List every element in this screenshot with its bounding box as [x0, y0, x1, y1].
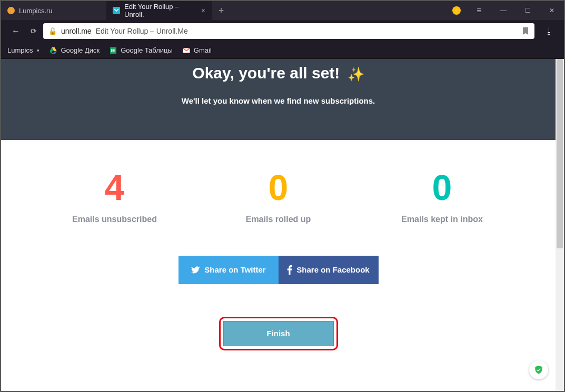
scrollbar-thumb[interactable] — [557, 59, 563, 248]
address-bar[interactable]: 🔓 unroll.me Edit Your Rollup – Unroll.Me — [43, 23, 534, 39]
share-facebook-button[interactable]: Share on Facebook — [279, 256, 379, 284]
bookmark-gmail[interactable]: Gmail — [182, 46, 212, 55]
favicon-unroll — [113, 7, 120, 14]
stat-value: 4 — [33, 169, 196, 205]
url-domain: unroll.me — [61, 27, 92, 35]
stat-label: Emails unsubscribed — [33, 215, 196, 224]
stats-row: 4 Emails unsubscribed 0 Emails rolled up… — [1, 140, 556, 235]
vertical-scrollbar[interactable] — [556, 59, 564, 391]
page-content: Okay, you're all set! ✨ We'll let you kn… — [1, 59, 556, 391]
bookmark-label: Lumpics — [7, 46, 33, 54]
back-button[interactable]: ← — [7, 26, 24, 36]
bookmark-label: Google Диск — [61, 46, 100, 54]
share-row: Share on Twitter Share on Facebook — [1, 256, 556, 284]
bookmark-drive[interactable]: Google Диск — [49, 46, 100, 55]
minimize-button[interactable]: — — [491, 1, 516, 20]
twitter-icon — [191, 265, 200, 275]
sheets-icon — [109, 46, 117, 55]
finish-section: Finish — [1, 317, 556, 350]
bookmark-label: Google Таблицы — [121, 46, 173, 54]
maximize-button[interactable]: ☐ — [516, 1, 540, 20]
lock-icon: 🔓 — [48, 27, 57, 35]
page-viewport: Okay, you're all set! ✨ We'll let you kn… — [1, 59, 564, 391]
stat-value: 0 — [360, 169, 524, 205]
tab-label: Lumpics.ru — [19, 7, 53, 15]
finish-button[interactable]: Finish — [223, 321, 334, 346]
chevron-down-icon: ▾ — [37, 48, 39, 53]
stat-label: Emails rolled up — [196, 215, 360, 224]
share-facebook-label: Share on Facebook — [296, 265, 369, 274]
sparkle-icon: ✨ — [348, 66, 364, 82]
hero-subtitle: We'll let you know when we find new subs… — [12, 96, 545, 105]
browser-tab-inactive[interactable]: Lumpics.ru — [1, 1, 106, 20]
browser-tab-active[interactable]: Edit Your Rollup – Unroll. × — [106, 1, 212, 20]
finish-highlight: Finish — [219, 317, 338, 350]
stat-unsubscribed: 4 Emails unsubscribed — [33, 169, 196, 224]
bookmark-icon[interactable] — [522, 27, 529, 35]
reload-button[interactable]: ⟳ — [31, 27, 37, 35]
finish-label: Finish — [266, 329, 290, 338]
menu-button[interactable]: ≡ — [467, 1, 491, 20]
bookmark-sheets[interactable]: Google Таблицы — [109, 46, 173, 55]
close-window-button[interactable]: ✕ — [540, 1, 564, 20]
stat-kept: 0 Emails kept in inbox — [360, 169, 524, 224]
bookmark-folder-lumpics[interactable]: Lumpics▾ — [7, 46, 39, 54]
hero-title: Okay, you're all set! ✨ — [12, 59, 545, 83]
shield-icon — [533, 365, 544, 375]
hero-section: Okay, you're all set! ✨ We'll let you kn… — [1, 59, 556, 140]
close-tab-icon[interactable]: × — [201, 6, 205, 15]
drive-icon — [49, 46, 57, 55]
share-twitter-label: Share on Twitter — [204, 265, 265, 274]
browser-toolbar: ← ⟳ 🔓 unroll.me Edit Your Rollup – Unrol… — [1, 20, 564, 42]
favicon-lumpics — [7, 7, 15, 14]
new-tab-button[interactable]: + — [212, 5, 231, 16]
gmail-icon — [182, 46, 191, 55]
hero-title-text: Okay, you're all set! — [192, 64, 340, 82]
bookmark-label: Gmail — [194, 46, 212, 54]
url-title: Edit Your Rollup – Unroll.Me — [96, 27, 188, 35]
window-titlebar: Lumpics.ru Edit Your Rollup – Unroll. × … — [1, 1, 564, 20]
stat-value: 0 — [196, 169, 360, 205]
downloads-button[interactable]: ⭳ — [541, 26, 558, 36]
security-badge[interactable] — [529, 360, 548, 379]
stat-label: Emails kept in inbox — [360, 215, 524, 224]
share-twitter-button[interactable]: Share on Twitter — [179, 256, 279, 284]
tab-label: Edit Your Rollup – Unroll. — [124, 3, 197, 18]
facebook-icon — [287, 265, 292, 275]
stat-rolledup: 0 Emails rolled up — [196, 169, 360, 224]
amp-icon[interactable]: ⚡ — [452, 6, 461, 15]
bookmarks-bar: Lumpics▾ Google Диск Google Таблицы Gmai… — [1, 42, 564, 59]
